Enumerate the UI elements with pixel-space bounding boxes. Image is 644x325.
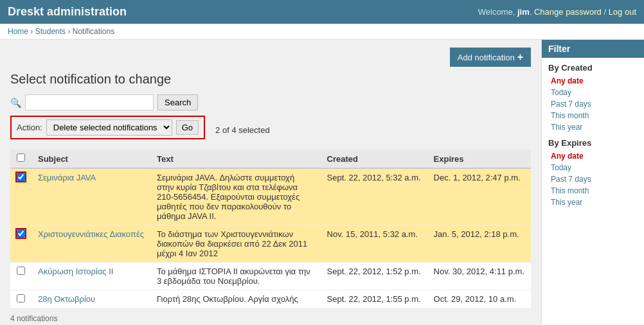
selection-count: 2 of 4 selected [215,125,270,135]
username: jim [517,7,530,17]
created-header: Created [321,150,427,168]
subject-link[interactable]: 28η Οκτωβρίου [38,294,95,304]
row-checkbox-cell[interactable] [10,168,31,225]
subject-link[interactable]: Χριστουγεννιάτικες Διακοπές [38,229,144,239]
row-checkbox-cell[interactable] [10,263,31,290]
subject-link[interactable]: Σεμινάρια JAVA [38,173,96,182]
row-checkbox-cell[interactable] [10,225,31,263]
search-input[interactable] [25,94,154,110]
text-header: Text [150,150,321,168]
created-this-month[interactable]: This month [542,110,644,121]
row-created: Sept. 22, 2012, 5:32 a.m. [321,168,427,225]
row-created: Sept. 22, 2012, 1:52 p.m. [321,263,427,290]
filter-header: Filter [542,40,644,58]
row-checkbox[interactable] [17,173,25,181]
row-checkbox[interactable] [17,267,25,275]
by-created-title: By Created [542,58,644,75]
site-title[interactable]: Dreskt administration [8,5,127,19]
row-checkbox-cell[interactable] [10,290,31,309]
row-expires: Dec. 1, 2012, 2:47 p.m. [427,168,531,225]
expires-this-month[interactable]: This month [542,185,644,197]
created-any-date[interactable]: Any date [542,75,644,87]
by-expires-title: By Expires [542,133,644,150]
table-row: Σεμινάρια JAVAΣεμινάρια JAVA. Δηλώστε συ… [10,168,531,225]
add-notification-button[interactable]: Add notification + [450,48,531,67]
row-subject[interactable]: Χριστουγεννιάτικες Διακοπές [31,225,150,263]
row-subject[interactable]: 28η Οκτωβρίου [31,290,150,309]
row-subject[interactable]: Ακύρωση Ιστορίας ΙΙ [31,263,150,290]
expires-today[interactable]: Today [542,162,644,173]
welcome-text: Welcome, [478,7,517,17]
created-today[interactable]: Today [542,87,644,98]
breadcrumb-home[interactable]: Home [8,27,28,36]
breadcrumb-notifications: Notifications [73,27,114,36]
breadcrumb-students[interactable]: Students [35,27,66,36]
row-expires: Oct. 29, 2012, 10 a.m. [427,290,531,309]
expires-past-7-days[interactable]: Past 7 days [542,173,644,185]
row-checkbox[interactable] [17,229,25,238]
row-text: Σεμινάρια JAVA. Δηλώστε συμμετοχή στην κ… [150,168,321,225]
row-created: Sept. 22, 2012, 1:55 p.m. [321,290,427,309]
notifications-table: Subject Text Created Expires Σεμινάρια J… [10,150,531,309]
row-subject[interactable]: Σεμινάρια JAVA [31,168,150,225]
add-notification-label: Add notification [458,53,515,62]
created-this-year[interactable]: This year [542,121,644,133]
change-password-link[interactable]: Change password [534,7,602,17]
search-button[interactable]: Search [157,94,198,110]
subject-header: Subject [31,150,150,168]
created-past-7-days[interactable]: Past 7 days [542,98,644,110]
table-row: Χριστουγεννιάτικες ΔιακοπέςΤο διάστημα τ… [10,225,531,263]
site-header: Dreskt administration Welcome, jim. Chan… [0,0,644,24]
row-expires: Jan. 5, 2012, 2:18 p.m. [427,225,531,263]
table-row: Ακύρωση Ιστορίας ΙΙΤο μάθημα ΙΣΤΟΡΙΑ ΙΙ … [10,263,531,290]
filter-sidebar: Filter By Created Any date Today Past 7 … [541,40,644,325]
row-created: Nov. 15, 2011, 5:32 a.m. [321,225,427,263]
action-label: Action: [17,123,42,132]
expires-header: Expires [427,150,531,168]
expires-any-date[interactable]: Any date [542,150,644,162]
search-bar: 🔍 Search [10,94,531,110]
select-all-checkbox[interactable] [17,154,25,162]
add-icon: + [517,51,523,63]
row-checkbox[interactable] [17,294,25,303]
row-text: Το διάστημα των Χριστουγεννιάτικων διακο… [150,225,321,263]
action-select[interactable]: Delete selected notifications [46,119,172,136]
search-icon: 🔍 [10,98,21,108]
table-footer: 4 notifications [10,309,531,325]
expires-this-year[interactable]: This year [542,197,644,208]
go-button[interactable]: Go [176,120,199,135]
logout-link[interactable]: Log out [609,7,636,17]
breadcrumb: Home › Students › Notifications [0,24,644,40]
page-title: Select notification to change [10,72,531,87]
subject-link[interactable]: Ακύρωση Ιστορίας ΙΙ [38,267,113,276]
table-row: 28η ΟκτωβρίουΓιορτή 28ης Οκτωβρίου. Αργί… [10,290,531,309]
row-text: Γιορτή 28ης Οκτωβρίου. Αργία σχολής [150,290,321,309]
select-all-header[interactable] [10,150,31,168]
user-info: Welcome, jim. Change password / Log out [478,7,636,17]
action-bar: Action: Delete selected notifications Go [10,116,205,139]
row-expires: Nov. 30, 2012, 4:11 p.m. [427,263,531,290]
row-text: Το μάθημα ΙΣΤΟΡΙΑ ΙΙ ακυρώνεται για την … [150,263,321,290]
